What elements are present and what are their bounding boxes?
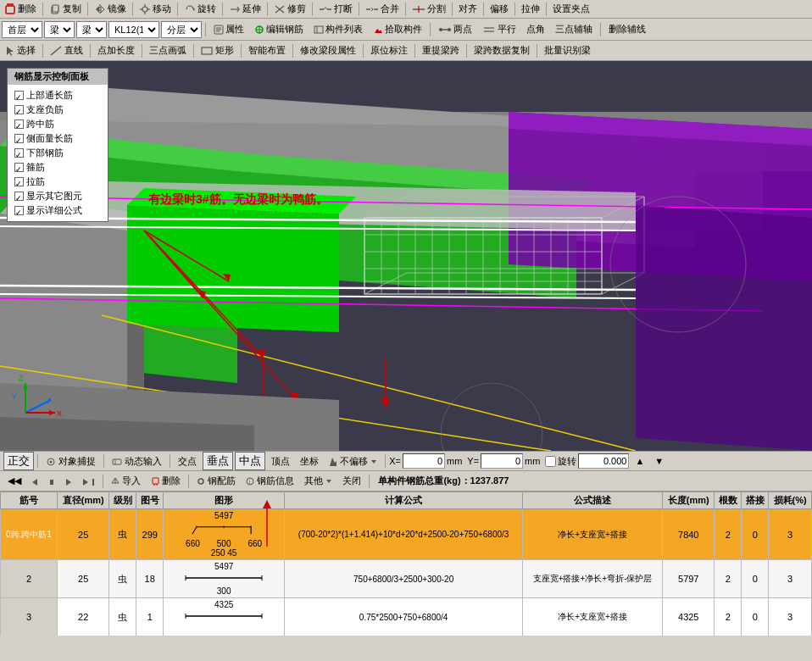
stretch-btn[interactable]: 拉伸 bbox=[519, 2, 542, 16]
table-row[interactable]: 0跨.跨中筋1 25 虫 299 5497 bbox=[1, 509, 812, 560]
table-row[interactable]: 3 22 虫 1 4325 0.75*2500+750+6800/4 净长 bbox=[1, 598, 812, 636]
checkbox-8[interactable] bbox=[14, 206, 24, 215]
arc-btn[interactable]: 三点画弧 bbox=[145, 42, 191, 58]
checkbox-0[interactable] bbox=[14, 91, 24, 100]
x-label: X= bbox=[389, 456, 401, 466]
nooffset-btn[interactable]: 不偏移 bbox=[325, 453, 381, 469]
zone-select[interactable]: 分层1 bbox=[161, 21, 202, 38]
stop-btn[interactable] bbox=[44, 474, 59, 487]
rotate-down-btn[interactable]: ▼ bbox=[650, 454, 668, 468]
break-btn[interactable]: 打断 bbox=[316, 2, 355, 16]
rotate-btn[interactable]: 旋转 bbox=[181, 2, 219, 16]
prev-btn[interactable] bbox=[27, 474, 42, 487]
osnap-btn[interactable]: 对象捕捉 bbox=[42, 453, 100, 469]
delete-row-btn[interactable]: 删除 bbox=[147, 473, 185, 489]
copy-span-btn[interactable]: 梁跨数据复制 bbox=[470, 42, 534, 58]
split-btn[interactable]: 分割 bbox=[409, 2, 448, 16]
delete-btn[interactable]: 删除 bbox=[2, 2, 39, 16]
checkbox-7[interactable] bbox=[14, 192, 24, 201]
steel-config-btn[interactable]: 钢配筋 bbox=[192, 473, 240, 489]
rebar-table-container[interactable]: 筋号 直径(mm) 级别 图号 图形 计算公式 公式描述 长度(mm) 根数 搭… bbox=[0, 492, 812, 636]
panel-item-7[interactable]: 显示其它图元 bbox=[14, 189, 101, 203]
rect-btn[interactable]: 矩形 bbox=[197, 42, 238, 58]
parallel-btn[interactable]: 平行 bbox=[478, 20, 520, 38]
checkbox-1[interactable] bbox=[14, 105, 24, 114]
sep1 bbox=[42, 3, 43, 16]
midpoint-btn[interactable]: 中点 bbox=[235, 452, 265, 470]
three-point-btn[interactable]: 三点辅轴 bbox=[551, 20, 597, 38]
offset-btn[interactable]: 偏移 bbox=[487, 2, 511, 16]
panel-item-3[interactable]: 侧面量长筋 bbox=[14, 131, 101, 146]
col-fignum: 图号 bbox=[136, 492, 164, 509]
panel-item-4[interactable]: 下部钢筋 bbox=[14, 146, 101, 160]
select-tool-btn[interactable]: 选择 bbox=[2, 42, 40, 58]
checkbox-6[interactable] bbox=[14, 177, 24, 186]
other-btn[interactable]: 其他 bbox=[300, 473, 336, 489]
cell-desc: 净长+支座宽+搭接 bbox=[523, 509, 663, 560]
copy-btn[interactable]: 复制 bbox=[47, 2, 84, 16]
svg-marker-8 bbox=[101, 6, 104, 13]
y-input[interactable] bbox=[481, 453, 523, 469]
align-btn[interactable]: 对齐 bbox=[456, 2, 480, 16]
panel-item-5[interactable]: 箍筋 bbox=[14, 160, 101, 175]
inplace-mark-btn[interactable]: 原位标注 bbox=[366, 42, 412, 58]
modify-segment-btn[interactable]: 修改梁段属性 bbox=[296, 42, 360, 58]
ortho-btn[interactable]: 正交 bbox=[3, 452, 34, 470]
svg-line-24 bbox=[371, 8, 373, 9]
pick-component-btn[interactable]: 拾取构件 bbox=[369, 20, 426, 38]
x-input[interactable] bbox=[403, 453, 445, 469]
last-btn[interactable] bbox=[78, 474, 99, 487]
sep11 bbox=[483, 3, 484, 16]
line-btn[interactable]: 直线 bbox=[46, 42, 87, 58]
batch-identify-btn[interactable]: 批量识别梁 bbox=[540, 42, 595, 58]
merge-btn[interactable]: 合并 bbox=[363, 2, 402, 16]
panel-item-6[interactable]: 拉筋 bbox=[14, 175, 101, 189]
component-list-btn[interactable]: 构件列表 bbox=[309, 20, 367, 38]
panel-item-8[interactable]: 显示详细公式 bbox=[14, 203, 101, 218]
close-table-btn[interactable]: 关闭 bbox=[338, 473, 365, 489]
type-select2[interactable]: 梁 bbox=[76, 21, 107, 38]
col-diam: 直径(mm) bbox=[57, 492, 108, 509]
reextract-btn[interactable]: 重提梁跨 bbox=[418, 42, 464, 58]
trim-btn[interactable]: 修剪 bbox=[271, 2, 309, 16]
first-btn[interactable]: ◀◀ bbox=[3, 474, 25, 488]
rotate-checkbox[interactable] bbox=[545, 456, 556, 467]
panel-item-1[interactable]: 支座负筋 bbox=[14, 103, 101, 117]
rotate-up-btn[interactable]: ▲ bbox=[631, 454, 648, 468]
table-row[interactable]: 2 25 虫 18 5497 300 750+6 bbox=[1, 560, 812, 598]
panel-item-0[interactable]: 上部通长筋 bbox=[14, 88, 101, 103]
vertex-btn[interactable]: 顶点 bbox=[267, 453, 294, 469]
coord-btn[interactable]: 坐标 bbox=[296, 453, 323, 469]
id-select[interactable]: KL12(1) bbox=[108, 21, 159, 38]
type-select1[interactable]: 梁 bbox=[44, 21, 75, 38]
col-shape: 图形 bbox=[164, 492, 285, 509]
viewport-3d[interactable]: Z Y X 钢筋显示控制面板 上部通长筋 支座负筋 跨中筋 bbox=[0, 61, 812, 451]
checkbox-3[interactable] bbox=[14, 134, 24, 143]
delete-aux-btn[interactable]: 删除辅线 bbox=[604, 20, 650, 38]
import-btn[interactable]: 导入 bbox=[107, 473, 145, 489]
point-length-btn[interactable]: 点加长度 bbox=[93, 42, 139, 58]
scene-container: Z Y X 钢筋显示控制面板 上部通长筋 支座负筋 跨中筋 bbox=[0, 61, 812, 451]
checkbox-4[interactable] bbox=[14, 148, 24, 158]
checkbox-5[interactable] bbox=[14, 163, 24, 172]
setpoint-btn[interactable]: 设置夹点 bbox=[550, 2, 592, 16]
mirror-btn[interactable]: 镜像 bbox=[92, 2, 129, 16]
svg-rect-134 bbox=[153, 478, 159, 484]
panel-item-2[interactable]: 跨中筋 bbox=[14, 117, 101, 131]
property-btn[interactable]: 属性 bbox=[209, 20, 248, 38]
rotate-input[interactable] bbox=[578, 453, 629, 469]
extend-btn[interactable]: 延伸 bbox=[226, 2, 264, 16]
move-btn[interactable]: 移动 bbox=[136, 2, 174, 16]
checkbox-2[interactable] bbox=[14, 119, 24, 129]
col-overlap: 搭接 bbox=[742, 492, 769, 509]
perp-btn[interactable]: 垂点 bbox=[203, 452, 233, 470]
smart-layout-btn[interactable]: 智能布置 bbox=[244, 42, 290, 58]
edit-rebar-btn[interactable]: 编辑钢筋 bbox=[250, 20, 308, 38]
two-point-btn[interactable]: 两点 bbox=[434, 20, 476, 38]
intersect-btn[interactable]: 交点 bbox=[174, 453, 201, 469]
next-btn[interactable] bbox=[61, 474, 76, 487]
floor-select[interactable]: 首层 bbox=[2, 21, 42, 38]
rebar-info-btn[interactable]: i 钢筋信息 bbox=[242, 473, 298, 489]
angle-point-btn[interactable]: 点角 bbox=[522, 20, 549, 38]
dynin-btn[interactable]: 动态输入 bbox=[108, 453, 166, 469]
